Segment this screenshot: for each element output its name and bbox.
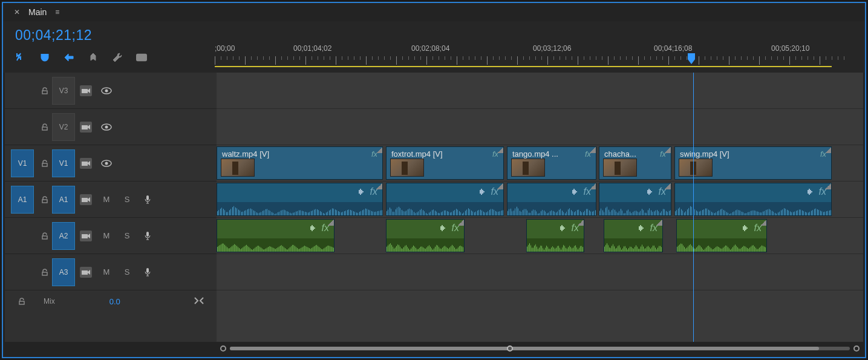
audio-clip[interactable]: fx <box>217 219 334 252</box>
track-lane[interactable] <box>217 109 863 145</box>
hscroll-track[interactable] <box>230 347 850 350</box>
sequence-tab[interactable]: Main <box>28 7 47 17</box>
video-clip[interactable]: chacha...fx <box>599 146 671 180</box>
fx-badge-icon[interactable]: fx <box>659 186 666 197</box>
source-patch[interactable]: V1 <box>11 149 34 177</box>
toggle-track-output-icon[interactable] <box>100 158 113 169</box>
snap-icon[interactable] <box>39 52 50 63</box>
svg-rect-16 <box>146 268 149 273</box>
mute-button[interactable]: M <box>100 267 113 278</box>
solo-button[interactable]: S <box>121 231 133 241</box>
horizontal-scrollbar[interactable] <box>217 343 863 354</box>
zoom-out-handle-icon[interactable] <box>220 345 226 352</box>
lock-track-icon[interactable] <box>38 268 52 277</box>
lock-track-icon[interactable] <box>38 87 52 95</box>
lock-track-icon[interactable] <box>38 159 52 168</box>
fx-badge-icon[interactable]: fx <box>584 186 591 197</box>
toggle-track-output-icon[interactable] <box>100 122 113 133</box>
insert-as-nest-icon[interactable] <box>15 52 26 63</box>
audio-clip[interactable]: fx <box>386 183 504 216</box>
mix-value[interactable]: 0.0 <box>109 297 120 306</box>
source-patch[interactable] <box>11 113 34 141</box>
audio-waveform <box>527 238 584 252</box>
solo-button[interactable]: S <box>121 194 133 205</box>
toggle-track-output-icon[interactable] <box>100 85 113 96</box>
voiceover-record-icon[interactable] <box>142 194 154 205</box>
hscroll-thumb[interactable] <box>230 347 819 350</box>
track-target[interactable]: V3 <box>52 77 75 105</box>
video-clip[interactable]: tango.mp4 ...fx <box>507 146 596 180</box>
source-patch[interactable] <box>11 222 34 250</box>
solo-button[interactable]: S <box>121 267 133 278</box>
voiceover-record-icon[interactable] <box>142 267 154 278</box>
time-ruler[interactable]: ;00;0000;01;04;0200;02;08;0400;03;12;060… <box>215 21 865 73</box>
panel-menu-icon[interactable]: ≡ <box>55 8 59 16</box>
track-target[interactable]: V2 <box>52 113 75 141</box>
track-target[interactable]: A1 <box>52 186 75 214</box>
settings-wrench-icon[interactable] <box>112 52 123 63</box>
track-target[interactable]: A3 <box>52 258 75 286</box>
clip-label: waltz.mp4 [V] <box>222 149 269 159</box>
track-lane[interactable]: waltz.mp4 [V]fxfoxtrot.mp4 [V]fxtango.mp… <box>217 145 863 182</box>
linked-selection-icon[interactable] <box>64 52 74 63</box>
track-lane[interactable] <box>217 73 863 109</box>
audio-clip[interactable]: fx <box>676 219 767 252</box>
audio-clip[interactable]: fx <box>674 183 832 216</box>
svg-point-10 <box>105 162 108 165</box>
fx-badge-icon[interactable]: fx <box>754 223 762 234</box>
video-clip[interactable]: waltz.mp4 [V]fx <box>217 146 383 180</box>
sync-lock-icon[interactable] <box>80 194 92 205</box>
playhead-timecode[interactable]: 00;04;21;12 <box>15 27 203 44</box>
audio-clip[interactable]: fx <box>526 219 584 252</box>
video-track-header: V2 <box>5 109 217 145</box>
audio-clip[interactable]: fx <box>604 219 663 252</box>
sync-lock-icon[interactable] <box>80 85 92 96</box>
clip-thumbnail <box>679 159 713 177</box>
sync-lock-icon[interactable] <box>80 158 92 169</box>
fx-badge-icon[interactable]: fx <box>819 186 826 197</box>
audio-clip[interactable]: fx <box>507 183 596 216</box>
lock-track-icon[interactable] <box>38 195 52 204</box>
playhead-handle[interactable] <box>687 53 696 66</box>
captions-icon[interactable]: CC <box>136 52 147 63</box>
fx-badge-icon[interactable]: fx <box>322 223 329 234</box>
sync-lock-icon[interactable] <box>80 267 92 278</box>
source-patch[interactable]: A1 <box>11 186 34 214</box>
hscroll-center-icon[interactable] <box>507 345 513 352</box>
timeline-content[interactable]: fxfxfxfxfxfxfxfxfxfxwaltz.mp4 [V]fxfoxtr… <box>217 73 863 342</box>
fx-badge-icon[interactable]: fx <box>452 223 459 234</box>
track-lane[interactable]: fxfxfxfxfx <box>217 182 863 218</box>
fx-badge-icon[interactable]: fx <box>370 186 377 197</box>
audio-clip[interactable]: fx <box>599 183 671 216</box>
voiceover-record-icon[interactable] <box>142 231 154 241</box>
lock-track-icon[interactable] <box>38 123 52 131</box>
video-clip[interactable]: foxtrot.mp4 [V]fx <box>386 146 504 180</box>
fx-badge-icon[interactable]: fx <box>572 223 579 234</box>
sync-lock-icon[interactable] <box>80 231 92 241</box>
audio-clip[interactable]: fx <box>217 183 383 216</box>
tracks-container: V3V2V1V1 A1A1MSA2MSA3MS Mix 0.0 fxfxfxfx… <box>5 73 863 342</box>
audio-clip[interactable]: fx <box>386 219 465 252</box>
track-target[interactable]: A2 <box>52 222 75 250</box>
lock-mix-icon[interactable] <box>15 297 29 306</box>
zoom-in-handle-icon[interactable] <box>853 345 860 352</box>
work-area-bar[interactable] <box>215 66 832 67</box>
source-patch[interactable] <box>11 258 34 286</box>
close-panel-icon[interactable]: ✕ <box>14 8 20 16</box>
clip-label: foxtrot.mp4 [V] <box>391 149 443 159</box>
track-lane[interactable]: fxfxfxfxfx <box>217 218 863 254</box>
video-clip[interactable]: swing.mp4 [V]fx <box>674 146 832 180</box>
marker-icon[interactable] <box>88 52 99 63</box>
mix-output-icon[interactable] <box>194 296 204 307</box>
track-target[interactable]: V1 <box>52 149 75 177</box>
fx-badge-icon[interactable]: fx <box>650 223 658 234</box>
sync-lock-icon[interactable] <box>80 122 92 133</box>
audio-waveform-icon <box>439 224 447 232</box>
fx-badge-icon[interactable]: fx <box>491 186 498 197</box>
source-patch[interactable] <box>11 77 34 105</box>
mute-button[interactable]: M <box>100 231 113 241</box>
audio-track-header: A1A1MS <box>5 182 217 218</box>
mute-button[interactable]: M <box>100 194 113 205</box>
lock-track-icon[interactable] <box>38 232 52 240</box>
track-lane[interactable] <box>217 254 863 290</box>
